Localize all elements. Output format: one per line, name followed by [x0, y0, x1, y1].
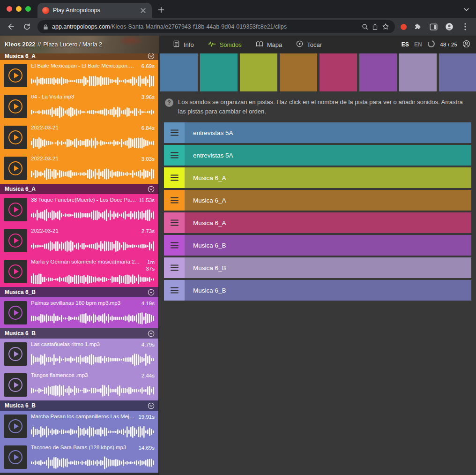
track-name-bar[interactable]: Musica 6_A [185, 167, 471, 188]
profile-avatar[interactable] [442, 20, 456, 34]
collapse-circle-chevron-icon[interactable] [148, 330, 155, 337]
breadcrumb-separator: // [37, 41, 41, 48]
lock-icon[interactable] [43, 24, 48, 30]
tab-search-chevron-icon[interactable] [459, 2, 473, 16]
track-row[interactable]: Musica 6_B [164, 257, 471, 278]
track-color-swatch[interactable] [439, 53, 476, 91]
track-color-swatch[interactable] [399, 53, 437, 91]
track-name-bar[interactable]: entrevistas 5A [185, 145, 471, 166]
tab-info[interactable]: Info [167, 36, 200, 53]
side-panel-icon[interactable] [426, 20, 440, 34]
track-color-swatch[interactable] [200, 53, 238, 91]
track-name-bar[interactable]: entrevistas 5A [185, 122, 471, 143]
clip-play-button[interactable] [4, 445, 27, 469]
address-bar[interactable]: app.antropoloops.com/Kleos-Santa-Marina/… [37, 20, 395, 33]
clip-waveform[interactable] [31, 105, 155, 119]
clip-waveform[interactable] [31, 74, 155, 88]
track-row[interactable]: Musica 6_A [164, 167, 471, 188]
play-circle-icon [296, 40, 303, 49]
track-section-header[interactable]: Musica 6_A [0, 184, 158, 194]
collapse-circle-chevron-icon[interactable] [148, 53, 155, 60]
track-row[interactable]: entrevistas 5A [164, 122, 471, 143]
track-row[interactable]: Musica 6_A [164, 212, 471, 233]
clip-waveform[interactable] [31, 208, 155, 222]
clip-play-button[interactable] [4, 198, 27, 221]
track-section-header[interactable]: Musica 6_B [0, 400, 158, 411]
recording-extension-icon[interactable] [401, 24, 407, 30]
clip-waveform[interactable] [31, 353, 155, 367]
track-row[interactable]: entrevistas 5A [164, 145, 471, 166]
clip-play-button[interactable] [4, 342, 27, 366]
clip-waveform[interactable] [31, 384, 155, 398]
track-drag-handle-icon[interactable] [164, 122, 185, 143]
track-name-bar[interactable]: Musica 6_A [185, 212, 471, 233]
breadcrumb-project[interactable]: Kleos 2022 [5, 41, 35, 48]
track-section-header[interactable]: Musica 6_A [0, 53, 158, 60]
track-drag-handle-icon[interactable] [164, 235, 185, 256]
clip-waveform[interactable] [31, 167, 155, 181]
new-tab-button[interactable] [155, 3, 168, 16]
track-drag-handle-icon[interactable] [164, 257, 185, 278]
track-color-swatch[interactable] [320, 53, 357, 91]
track-row[interactable]: Musica 6_B [164, 280, 471, 301]
tab-tocar[interactable]: Tocar [290, 36, 328, 53]
zoom-window-button[interactable] [25, 6, 31, 12]
clip-play-button[interactable] [4, 301, 27, 324]
collapse-circle-chevron-icon[interactable] [148, 402, 155, 409]
menu-kebab-icon[interactable] [458, 20, 472, 34]
clip-play-button[interactable] [4, 126, 27, 149]
track-label: Musica 6_A [193, 219, 226, 226]
track-section-header[interactable]: Musica 6_B [0, 328, 158, 339]
track-color-swatch[interactable] [280, 53, 317, 91]
extensions-puzzle-icon[interactable] [410, 20, 424, 34]
breadcrumb[interactable]: Kleos 2022 // Plaza Lucero / María 2 [0, 36, 159, 53]
clip-waveform[interactable] [31, 311, 155, 325]
share-icon[interactable] [372, 23, 378, 30]
track-drag-handle-icon[interactable] [164, 190, 185, 211]
clip-item: 04 - La Visita.mp33.96s [0, 91, 158, 122]
tab-mapa[interactable]: Mapa [250, 36, 289, 53]
track-name-bar[interactable]: Musica 6_B [185, 280, 471, 301]
track-section-header[interactable]: Musica 6_B [0, 287, 158, 297]
track-name-bar[interactable]: Musica 6_A [185, 190, 471, 211]
browser-tab[interactable]: Play Antropoloops [37, 3, 152, 18]
collapse-circle-chevron-icon[interactable] [148, 186, 155, 193]
track-name-bar[interactable]: Musica 6_B [185, 257, 471, 278]
track-color-swatch[interactable] [359, 53, 397, 91]
language-es[interactable]: ES [402, 41, 409, 48]
track-row[interactable]: Musica 6_A [164, 190, 471, 211]
url-text[interactable]: app.antropoloops.com/Kleos-Santa-Marina/… [52, 23, 358, 30]
back-button[interactable] [4, 20, 18, 34]
bookmark-star-icon[interactable] [382, 23, 389, 30]
reload-button[interactable] [20, 20, 34, 34]
clip-waveform[interactable] [31, 136, 155, 150]
zoom-icon[interactable] [362, 23, 368, 30]
close-window-button[interactable] [7, 6, 12, 12]
clip-play-button[interactable] [4, 64, 27, 87]
track-drag-handle-icon[interactable] [164, 212, 185, 233]
track-color-swatch[interactable] [160, 53, 198, 91]
clip-waveform[interactable] [31, 239, 155, 253]
clip-play-button[interactable] [4, 260, 27, 283]
track-drag-handle-icon[interactable] [164, 145, 185, 166]
header-right-controls: ES EN 48 / 25 [402, 36, 476, 53]
track-row[interactable]: Musica 6_B [164, 235, 471, 256]
track-name-bar[interactable]: Musica 6_B [185, 235, 471, 256]
clip-play-button[interactable] [4, 229, 27, 252]
clip-play-button[interactable] [4, 373, 27, 397]
clip-play-button[interactable] [4, 157, 27, 180]
clip-play-button[interactable] [4, 95, 27, 118]
minimize-window-button[interactable] [16, 6, 22, 12]
collapse-circle-chevron-icon[interactable] [148, 289, 155, 296]
tab-sonidos[interactable]: Sonidos [202, 36, 248, 53]
account-icon[interactable] [462, 40, 470, 50]
clip-play-button[interactable] [4, 415, 27, 438]
language-en[interactable]: EN [414, 41, 422, 48]
track-drag-handle-icon[interactable] [164, 280, 185, 301]
track-drag-handle-icon[interactable] [164, 167, 185, 188]
clip-waveform[interactable] [31, 456, 155, 470]
tab-close-icon[interactable] [139, 6, 147, 15]
track-color-swatch[interactable] [240, 53, 277, 91]
clip-waveform[interactable] [31, 272, 155, 284]
clip-waveform[interactable] [31, 425, 155, 439]
